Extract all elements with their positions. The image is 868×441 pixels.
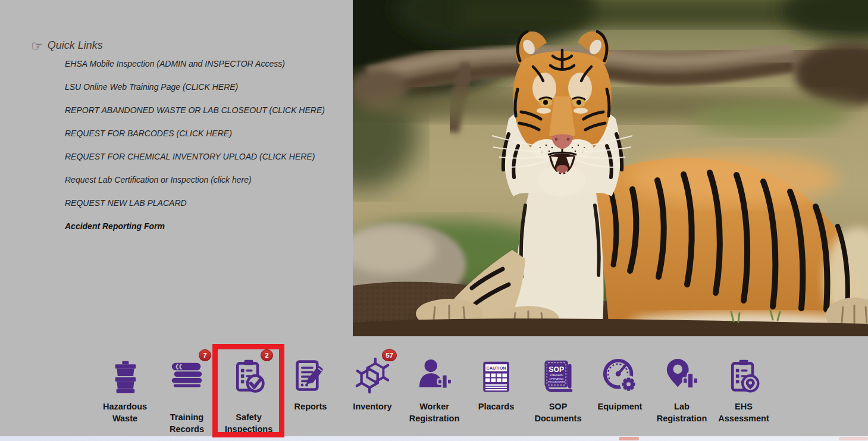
quick-link-item: LSU Online Web Training Page (CLICK HERE… [65,82,325,105]
quick-link-item: REPORT ABANDONED WASTE OR LAB CLOSEOUT (… [65,105,325,128]
hazardous-waste-drum-icon [108,359,142,394]
quick-link-accident-reporting[interactable]: Accident Reporting Form [65,221,165,231]
scrollbar-thumb[interactable] [619,437,639,440]
nav-item-sop-documents[interactable]: SOP STANDARD OPERATING PROCEDURES SOP Do… [527,344,589,435]
tiger-photo [353,0,868,336]
quick-link-item: Accident Reporting Form [65,221,325,244]
nav-label: Hazardous Waste [94,401,156,424]
sop-book-icon: SOP STANDARD OPERATING PROCEDURES [540,358,576,394]
quick-link-chemical-inventory-upload[interactable]: REQUEST FOR CHEMICAL INVENTORY UPLOAD (C… [65,152,315,161]
books-icon [168,357,205,394]
nav-item-reports[interactable]: Reports [280,344,341,435]
pin-add-icon [663,357,700,394]
training-records-badge: 7 [199,349,211,361]
quick-links-header: ☞ Quick Links [31,39,103,52]
quick-links-list: EHSA Mobile Inspection (ADMIN and INSPEC… [65,58,325,244]
nav-label: Equipment [589,401,651,413]
sop-title-text: SOP [549,365,564,374]
quick-link-ehsa-mobile[interactable]: EHSA Mobile Inspection (ADMIN and INSPEC… [65,59,285,68]
nav-item-lab-registration[interactable]: Lab Registration [651,344,713,435]
horizontal-scrollbar[interactable] [0,436,868,441]
quick-link-item: REQUEST FOR BARCODES (CLICK HERE) [65,128,325,151]
nav-label: Worker Registration [403,401,465,424]
quick-link-request-barcodes[interactable]: REQUEST FOR BARCODES (CLICK HERE) [65,129,232,138]
nav-label: Training Records [156,412,218,435]
sop-sub-text-2: OPERATING [549,377,563,380]
quick-link-item: REQUEST NEW LAB PLACARD [65,198,325,221]
nav-label: Placards [465,401,527,413]
clipboard-check-icon [231,358,267,394]
sop-sub-text-3: PROCEDURES [548,380,565,383]
quick-link-lab-certification[interactable]: Request Lab Certification or Inspection … [65,175,252,184]
quick-link-report-abandoned-waste[interactable]: REPORT ABANDONED WASTE OR LAB CLOSEOUT (… [65,105,325,115]
nav-label: Reports [280,401,341,413]
gauge-gear-icon [601,357,638,394]
scrollbar-right-segment [839,437,868,440]
molecule-icon [354,357,391,394]
nav-item-equipment[interactable]: Equipment [589,344,651,435]
nav-label: Lab Registration [651,401,713,424]
nav-item-safety-inspections[interactable]: 2 Safety Inspections [218,344,280,435]
nav-label: Safety Inspections [218,412,280,435]
quick-link-item: Request Lab Certification or Inspection … [65,174,325,198]
nav-item-placards[interactable]: CAUTION Placards [465,344,527,435]
nav-label: Inventory [341,401,403,413]
placard-caution-text: CAUTION [486,365,506,371]
sop-sub-text-1: STANDARD [550,374,563,377]
quick-link-new-lab-placard[interactable]: REQUEST NEW LAB PLACARD [65,198,187,208]
clipboard-pin-icon [726,358,762,394]
quick-links-title: Quick Links [48,39,103,52]
nav-item-ehs-assessment[interactable]: EHS Assessment [713,344,775,435]
caution-placard-icon: CAUTION [479,359,513,394]
person-add-icon [416,357,453,394]
quick-link-item: EHSA Mobile Inspection (ADMIN and INSPEC… [65,58,325,82]
nav-label: EHS Assessment [713,401,775,424]
inventory-badge: 57 [382,349,397,361]
nav-item-hazardous-waste[interactable]: Hazardous Waste [94,344,156,435]
pointing-hand-icon: ☞ [31,40,43,52]
document-pencil-icon [293,358,328,394]
quick-link-item: REQUEST FOR CHEMICAL INVENTORY UPLOAD (C… [65,151,325,174]
nav-label: SOP Documents [527,401,589,424]
nav-item-training-records[interactable]: 7 Training Records [156,344,218,435]
safety-inspections-badge: 2 [261,349,273,361]
nav-item-worker-registration[interactable]: Worker Registration [403,344,465,435]
bottom-nav: Hazardous Waste 7 Training Records 2 [94,344,775,435]
tiger-illustration [353,0,868,336]
quick-link-lsu-training[interactable]: LSU Online Web Training Page (CLICK HERE… [65,82,238,92]
nav-item-inventory[interactable]: 57 Inventory [341,344,403,435]
